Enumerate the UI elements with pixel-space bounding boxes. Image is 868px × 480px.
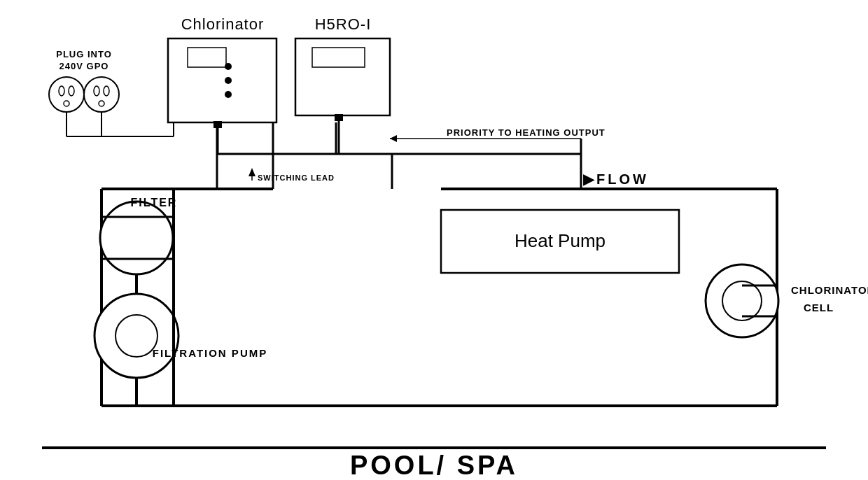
svg-rect-37: [312, 48, 365, 67]
chlorinator-cell-label2: CELL: [804, 302, 834, 313]
chlorinator-title-label: Chlorinator: [181, 15, 265, 33]
switching-lead-label: SWITCHING LEAD: [258, 174, 335, 182]
heat-pump-label: Heat Pump: [514, 230, 606, 251]
voltage-label: 240V GPO: [59, 61, 109, 71]
svg-point-32: [225, 91, 232, 98]
svg-point-31: [225, 77, 232, 84]
svg-rect-29: [188, 48, 226, 67]
h5ro-label: H5RO-I: [315, 15, 372, 33]
priority-heating-label: PRIORITY TO HEATING OUTPUT: [447, 127, 606, 138]
svg-point-7: [100, 202, 173, 274]
chlorinator-cell-label: CHLORINATOR: [791, 284, 868, 296]
svg-point-30: [225, 63, 232, 70]
svg-point-18: [722, 281, 762, 320]
svg-rect-38: [335, 114, 343, 121]
svg-point-11: [115, 315, 158, 357]
diagram-container: POOL/ SPA: [0, 0, 868, 480]
filtration-pump-label: FILTRATION PUMP: [153, 347, 267, 359]
flow-label: ▶FLOW: [583, 171, 649, 187]
filter-label: FILTER: [131, 197, 178, 209]
plug-into-label: PLUG INTO: [56, 49, 112, 59]
pool-spa-label: POOL/ SPA: [350, 451, 518, 480]
